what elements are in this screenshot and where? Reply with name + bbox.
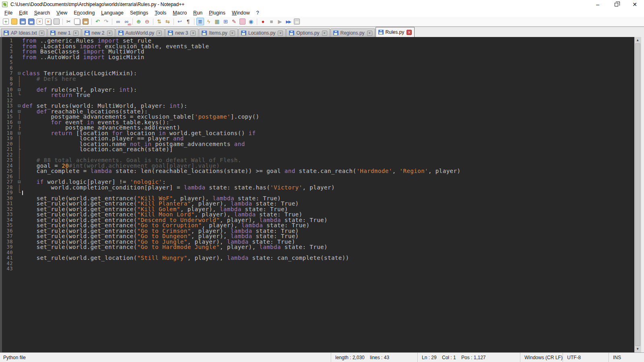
line-number[interactable]: 30 — [2, 196, 17, 202]
menu-tools[interactable]: Tools — [151, 9, 169, 16]
redo-icon[interactable]: ↷ — [102, 18, 110, 25]
function-list-icon[interactable]: ϟ — [205, 18, 213, 25]
print-icon[interactable] — [54, 19, 60, 25]
line-number[interactable]: 25 — [2, 169, 17, 174]
sync-vertical-icon[interactable]: ⇅ — [155, 18, 163, 25]
tab-rules-py[interactable]: Rules.py× — [376, 27, 415, 37]
tab-close-icon[interactable]: × — [367, 31, 372, 36]
code-line[interactable]: 4from ..AutoWorld import LogicMixin — [2, 55, 634, 60]
fold-collapse-icon[interactable]: ⊟ — [17, 120, 22, 125]
code-line[interactable]: 25│ can_complete = lambda state: len(rea… — [2, 169, 634, 174]
macro-stop-icon[interactable]: ■ — [268, 18, 275, 25]
tab-close-icon[interactable]: × — [190, 31, 196, 36]
line-number[interactable]: 3 — [2, 49, 17, 55]
document-switcher-icon[interactable]: ⊞ — [222, 18, 229, 25]
menu-search[interactable]: Search — [31, 9, 54, 16]
line-number[interactable]: 12 — [2, 98, 17, 104]
tab-new-3[interactable]: new 3× — [165, 29, 198, 37]
tab-close-icon[interactable]: × — [407, 30, 412, 35]
code-line[interactable]: 41 set_rule(world.get_location("Still Hu… — [2, 255, 634, 261]
line-number[interactable]: 20 — [2, 142, 17, 147]
tab-options-py[interactable]: Options.py× — [286, 29, 330, 37]
line-number[interactable]: 18 — [2, 131, 17, 136]
tab-locations-py[interactable]: Locations.py× — [238, 29, 286, 37]
menu-macro[interactable]: Macro — [169, 9, 190, 16]
tab-items-py[interactable]: Items.py× — [199, 29, 237, 37]
fold-collapse-icon[interactable]: ⊟ — [17, 103, 22, 109]
line-number[interactable]: 31 — [2, 201, 17, 207]
tab-close-icon[interactable]: × — [322, 31, 327, 36]
indent-guide-icon[interactable]: ≣ — [196, 18, 204, 25]
fold-collapse-icon[interactable]: ⊟ — [17, 87, 22, 93]
close-button[interactable]: ✕ — [625, 0, 644, 9]
line-number[interactable]: 37 — [2, 234, 17, 239]
scrollbar-thumb[interactable] — [635, 43, 640, 346]
line-number[interactable]: 1 — [2, 38, 17, 44]
line-number[interactable]: 8 — [2, 76, 17, 82]
macro-save-icon[interactable] — [294, 19, 300, 25]
line-number[interactable]: 22 — [2, 152, 17, 158]
fold-collapse-icon[interactable]: ⊟ — [17, 179, 22, 185]
line-number[interactable]: 38 — [2, 239, 17, 245]
line-number[interactable]: 9 — [2, 82, 17, 87]
line-number[interactable]: 34 — [2, 218, 17, 223]
line-number[interactable]: 27 — [2, 179, 17, 185]
copy-icon[interactable] — [74, 19, 80, 25]
close-icon[interactable]: × — [37, 19, 43, 25]
line-number[interactable]: 24 — [2, 163, 17, 169]
zoom-out-icon[interactable]: ⊖ — [143, 18, 151, 25]
line-number[interactable]: 15 — [2, 114, 17, 120]
menu-view[interactable]: View — [53, 9, 70, 16]
code-line[interactable]: 39 set_rule(world.get_entrance("Go to Ha… — [2, 245, 634, 250]
line-number[interactable]: 10 — [2, 87, 17, 93]
sync-horizontal-icon[interactable]: ⇆ — [164, 18, 171, 25]
line-number[interactable]: 21 — [2, 147, 17, 152]
line-number[interactable]: 42 — [2, 261, 17, 267]
tab-close-icon[interactable]: × — [230, 31, 235, 36]
macro-run-multiple-icon[interactable]: ▶▶ — [285, 18, 292, 25]
menu-[interactable]: ? — [253, 9, 262, 16]
cut-icon[interactable]: ✂ — [65, 18, 72, 25]
menu-language[interactable]: Language — [98, 9, 127, 16]
line-number[interactable]: 26 — [2, 174, 17, 180]
line-number[interactable]: 13 — [2, 103, 17, 109]
word-wrap-icon[interactable]: ↩ — [176, 18, 184, 25]
line-number[interactable]: 11 — [2, 93, 17, 98]
line-number[interactable]: 16 — [2, 120, 17, 125]
line-number[interactable]: 23 — [2, 158, 17, 163]
tab-autoworld-py[interactable]: AutoWorld.py× — [116, 29, 165, 37]
line-number[interactable]: 35 — [2, 223, 17, 228]
line-number[interactable]: 41 — [2, 255, 17, 261]
line-number[interactable]: 4 — [2, 55, 17, 60]
document-map-icon[interactable]: ▦ — [213, 18, 221, 25]
scroll-down-icon[interactable]: ▼ — [637, 347, 639, 351]
code-line[interactable]: 5 — [2, 60, 634, 66]
line-number[interactable]: 32 — [2, 207, 17, 212]
undo-icon[interactable]: ↶ — [94, 18, 101, 25]
show-all-characters-icon[interactable]: ¶ — [184, 18, 192, 25]
restore-button[interactable] — [607, 0, 625, 9]
monitoring-icon[interactable]: ◉ — [247, 18, 255, 25]
menu-edit[interactable]: Edit — [16, 9, 31, 16]
tab-close-icon[interactable]: × — [39, 31, 44, 36]
replace-icon[interactable]: ∞ab — [123, 18, 130, 25]
code-line[interactable]: 43 — [2, 266, 634, 272]
fold-collapse-icon[interactable]: ⊟ — [17, 71, 22, 76]
tab-ap-ideas-txt[interactable]: AP Ideas.txt× — [1, 29, 47, 37]
tab-close-icon[interactable]: × — [157, 31, 162, 36]
macro-play-icon[interactable]: ▶ — [276, 18, 284, 25]
menu-encoding[interactable]: Encoding — [70, 9, 98, 16]
menu-plugins[interactable]: Plugins — [206, 9, 229, 16]
menu-window[interactable]: Window — [229, 9, 253, 16]
line-number[interactable]: 39 — [2, 245, 17, 250]
tab-new-1[interactable]: new 1× — [47, 29, 81, 37]
save-icon[interactable] — [20, 19, 26, 25]
code-line[interactable]: 11└ return True — [2, 93, 634, 98]
tab-regions-py[interactable]: Regions.py× — [330, 29, 375, 37]
new-file-icon[interactable]: + — [3, 19, 9, 25]
line-number[interactable]: 36 — [2, 228, 17, 234]
line-number[interactable]: 6 — [2, 66, 17, 71]
project-panel-icon[interactable] — [239, 19, 246, 25]
fold-collapse-icon[interactable]: ⊟ — [17, 131, 22, 136]
line-number[interactable]: 43 — [2, 266, 17, 272]
